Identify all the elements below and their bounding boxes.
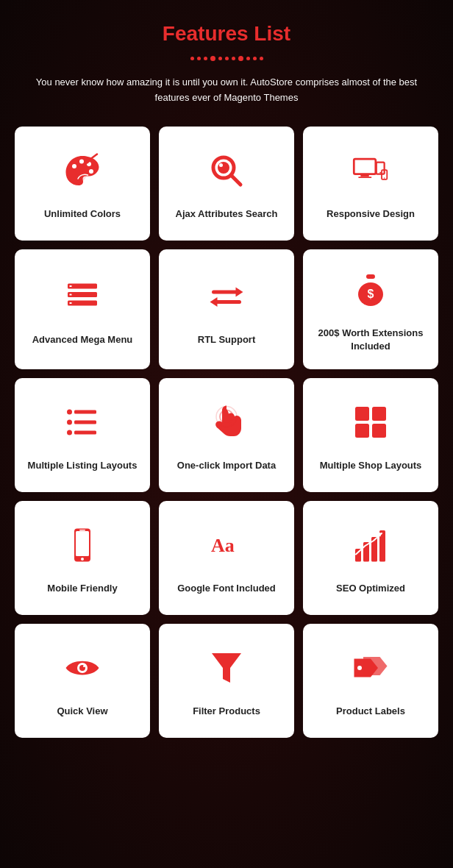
feature-label-listing-layouts: Multiple Listing Layouts <box>28 459 138 472</box>
feature-label-seo: SEO Optimized <box>336 582 405 595</box>
feature-label-shop-layouts: Multiple Shop Layouts <box>320 459 422 472</box>
svg-line-8 <box>231 175 240 185</box>
svg-rect-34 <box>74 420 96 424</box>
svg-point-1 <box>72 164 76 168</box>
grid-layout-icon <box>352 404 389 446</box>
feature-card-seo: SEO Optimized <box>303 501 438 615</box>
features-grid: Unlimited Colors Ajax Attributes Search <box>15 127 438 738</box>
feature-card-unlimited-colors: Unlimited Colors <box>15 127 150 241</box>
section-description: You never know how amazing it is until y… <box>15 75 438 106</box>
svg-rect-42 <box>372 424 386 438</box>
feature-label-product-labels: Product Labels <box>336 705 405 718</box>
svg-rect-32 <box>74 410 96 413</box>
svg-rect-46 <box>79 530 85 531</box>
feature-label-filter: Filter Products <box>193 705 260 718</box>
eye-icon <box>64 650 101 691</box>
svg-point-33 <box>67 419 72 424</box>
svg-rect-11 <box>354 159 376 174</box>
palette-icon <box>64 152 101 194</box>
feature-card-quick-view: Quick View <box>15 624 150 738</box>
seo-icon <box>352 527 389 569</box>
svg-rect-13 <box>358 177 371 178</box>
svg-rect-21 <box>70 285 72 287</box>
money-bag-icon: $ <box>352 271 389 313</box>
svg-point-57 <box>357 666 362 670</box>
svg-point-31 <box>67 409 72 414</box>
svg-marker-56 <box>212 653 241 683</box>
filter-icon <box>208 650 245 691</box>
svg-point-55 <box>83 665 85 667</box>
feature-card-mega-menu: Advanced Mega Menu <box>15 249 150 369</box>
svg-point-9 <box>218 162 229 174</box>
feature-card-rtl: RTL Support <box>159 249 294 369</box>
list-layout-icon <box>64 404 101 446</box>
svg-point-4 <box>89 169 93 174</box>
svg-rect-20 <box>68 300 97 305</box>
svg-point-35 <box>67 430 72 435</box>
feature-card-listing-layouts: Multiple Listing Layouts <box>15 378 150 492</box>
feature-card-responsive: Responsive Design <box>303 127 438 241</box>
feature-label-google-font: Google Font Included <box>177 582 276 595</box>
feature-card-product-labels: Product Labels <box>303 624 438 738</box>
svg-rect-40 <box>372 407 386 421</box>
feature-card-extensions: $ 200$ Worth Extensions Included <box>303 249 438 369</box>
svg-rect-36 <box>74 430 96 434</box>
svg-point-17 <box>384 177 385 178</box>
feature-label-mega-menu: Advanced Mega Menu <box>32 333 133 346</box>
feature-card-shop-layouts: Multiple Shop Layouts <box>303 378 438 492</box>
svg-rect-41 <box>355 424 369 438</box>
mobile-icon <box>64 527 101 569</box>
feature-label-unlimited-colors: Unlimited Colors <box>44 207 121 221</box>
svg-rect-18 <box>68 283 97 288</box>
svg-marker-27 <box>210 297 218 307</box>
dots-divider <box>15 51 438 65</box>
section-title: Features List <box>15 22 438 46</box>
svg-point-10 <box>219 163 223 167</box>
svg-text:$: $ <box>368 288 374 300</box>
menu-icon <box>64 278 101 320</box>
feature-card-google-font: Aa Google Font Included <box>159 501 294 615</box>
feature-label-rtl: RTL Support <box>198 333 255 346</box>
touch-icon <box>208 404 245 446</box>
svg-rect-19 <box>68 292 97 297</box>
feature-label-quick-view: Quick View <box>57 705 107 718</box>
rtl-icon <box>208 278 245 320</box>
feature-label-extensions: 200$ Worth Extensions Included <box>314 327 427 353</box>
feature-label-ajax-search: Ajax Attributes Search <box>176 207 278 221</box>
svg-rect-12 <box>360 174 368 177</box>
tag-icon <box>352 650 389 691</box>
responsive-icon <box>352 152 389 194</box>
feature-label-responsive: Responsive Design <box>327 207 415 221</box>
svg-point-15 <box>379 171 381 173</box>
search-icon <box>208 152 245 194</box>
feature-label-import: One-click Import Data <box>177 459 276 472</box>
svg-point-2 <box>79 159 84 163</box>
svg-rect-23 <box>70 302 72 304</box>
svg-rect-39 <box>355 407 369 421</box>
svg-marker-25 <box>236 287 243 296</box>
feature-card-import: One-click Import Data <box>159 378 294 492</box>
svg-rect-44 <box>76 531 89 556</box>
feature-card-ajax-search: Ajax Attributes Search <box>159 127 294 241</box>
font-icon: Aa <box>208 527 245 569</box>
svg-rect-28 <box>366 274 375 279</box>
svg-point-45 <box>81 558 84 561</box>
feature-card-mobile: Mobile Friendly <box>15 501 150 615</box>
feature-label-mobile: Mobile Friendly <box>47 582 117 595</box>
feature-card-filter: Filter Products <box>159 624 294 738</box>
svg-rect-22 <box>70 294 72 295</box>
svg-text:Aa: Aa <box>211 535 235 556</box>
